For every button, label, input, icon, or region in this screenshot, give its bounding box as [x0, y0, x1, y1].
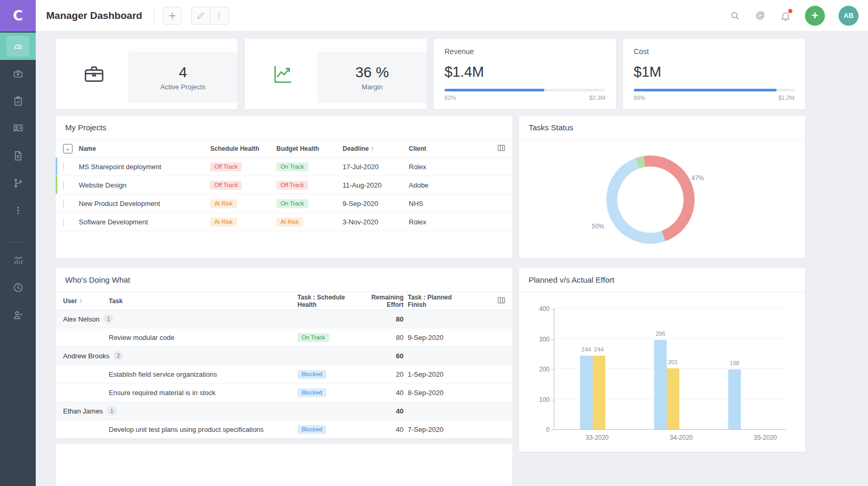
- user-name[interactable]: Andrew Brooks: [63, 352, 109, 360]
- column-settings-button[interactable]: [498, 297, 505, 305]
- notifications-button[interactable]: [780, 10, 791, 22]
- app-logo[interactable]: C: [0, 0, 36, 32]
- add-widget-button[interactable]: [163, 7, 182, 25]
- revenue-card[interactable]: Revenue $1.4M 62% $2.3M: [434, 39, 616, 109]
- briefcase-icon: [13, 68, 24, 79]
- select-all-checkbox[interactable]: ⌄: [63, 144, 73, 153]
- sidebar-item-reports[interactable]: [0, 246, 36, 274]
- project-row[interactable]: MS Sharepoint deploymentOff TrackOn Trac…: [56, 158, 512, 176]
- row-checkbox[interactable]: [63, 162, 64, 171]
- user-name[interactable]: Alex Nelson: [63, 315, 99, 323]
- active-projects-card[interactable]: 4 Active Projects: [56, 39, 237, 109]
- search-icon: [730, 11, 740, 21]
- left-column: Who's Doing What User↑ Task Task : Sched…: [56, 268, 512, 486]
- column-header-budget-health[interactable]: Budget Health: [276, 145, 343, 152]
- column-header-client[interactable]: Client: [409, 145, 477, 152]
- project-row[interactable]: New Product DevelopmentAt RiskOn Track9-…: [56, 194, 512, 213]
- status-badge: Off Track: [276, 181, 308, 190]
- logo-c-icon: C: [13, 8, 23, 24]
- planned-effort-bar[interactable]: [654, 340, 667, 429]
- project-name[interactable]: New Product Development: [79, 200, 210, 208]
- row-checkbox[interactable]: [63, 181, 64, 190]
- column-header-user[interactable]: User↑: [63, 297, 109, 305]
- column-header-deadline[interactable]: Deadline↑: [343, 145, 409, 152]
- sidebar-item-time[interactable]: [0, 274, 36, 301]
- sidebar-item-documents[interactable]: [0, 142, 36, 169]
- column-header-name[interactable]: Name: [79, 145, 210, 152]
- column-header-task-schedule-health[interactable]: Task : Schedule Health: [297, 294, 358, 308]
- task-name[interactable]: Review modular code: [109, 334, 297, 342]
- row-checkbox[interactable]: [63, 199, 64, 208]
- effort-bar-chart: 244244296201198010020030040033-202034-20…: [526, 306, 789, 448]
- tasks-status-donut[interactable]: [606, 156, 695, 244]
- project-deadline: 9-Sep-2020: [343, 200, 409, 208]
- status-badge: On Track: [297, 333, 329, 342]
- task-planned-finish: 1-Sep-2020: [408, 370, 471, 378]
- column-settings-button[interactable]: [498, 144, 505, 153]
- tasks-status-chart: 47% 50%: [519, 140, 805, 257]
- create-new-button[interactable]: +: [805, 6, 825, 26]
- sort-ascending-icon: ↑: [79, 297, 82, 305]
- column-header-task-planned-finish[interactable]: Task : Planned Finish: [408, 294, 471, 308]
- donut-label-47: 47%: [691, 174, 704, 182]
- actual-effort-bar[interactable]: [593, 356, 605, 429]
- revenue-progress-bar: [445, 89, 605, 91]
- edit-dashboard-button[interactable]: [191, 7, 210, 25]
- my-projects-title: My Projects: [56, 116, 512, 140]
- sidebar-item-tasks[interactable]: [0, 87, 36, 115]
- sidebar-item-more[interactable]: [0, 197, 36, 224]
- project-client: Rolex: [409, 218, 477, 226]
- task-name[interactable]: Ensure required material is in stock: [109, 389, 297, 397]
- user-group-row[interactable]: Alex Nelson180: [56, 310, 512, 328]
- clipboard-check-icon: [13, 96, 24, 107]
- user-group-row[interactable]: Andrew Brooks260: [56, 347, 512, 365]
- search-button[interactable]: [729, 10, 741, 22]
- row-color-stripe: [56, 158, 57, 175]
- cost-value: $1M: [634, 64, 794, 80]
- sidebar-item-workflows[interactable]: [0, 169, 36, 197]
- active-projects-value: 4: [179, 64, 187, 81]
- sidebar-item-clients[interactable]: [0, 115, 36, 142]
- task-row[interactable]: Ensure required material is in stockBloc…: [56, 384, 512, 402]
- project-name[interactable]: MS Sharepoint deployment: [79, 163, 210, 171]
- user-name[interactable]: Ethan James: [63, 407, 103, 415]
- project-row[interactable]: Website DesignOff TrackOff Track11-Aug-2…: [56, 176, 512, 194]
- column-header-schedule-health[interactable]: Schedule Health: [210, 145, 276, 152]
- project-row[interactable]: Software DevelopmentAt RiskAt Risk3-Nov-…: [56, 213, 512, 231]
- project-name[interactable]: Website Design: [79, 181, 210, 189]
- status-badge: On Track: [276, 162, 308, 171]
- task-row[interactable]: Develop unit test plans using product sp…: [56, 420, 512, 439]
- user-avatar[interactable]: AB: [839, 6, 859, 26]
- status-badge: Off Track: [210, 162, 242, 171]
- task-name[interactable]: Develop unit test plans using product sp…: [109, 426, 297, 433]
- task-remaining-effort: 40: [358, 426, 408, 433]
- project-deadline: 3-Nov-2020: [343, 218, 409, 226]
- group-remaining-effort: 40: [358, 407, 408, 415]
- x-axis-category-label: 34-2020: [660, 434, 702, 441]
- project-name[interactable]: Software Development: [79, 218, 210, 226]
- margin-card[interactable]: 36 % Margin: [245, 39, 427, 109]
- mentions-button[interactable]: @: [755, 10, 766, 22]
- planned-effort-bar[interactable]: [728, 369, 741, 429]
- more-options-button[interactable]: [210, 7, 229, 25]
- y-axis-tick-label: 300: [526, 336, 550, 343]
- task-name[interactable]: Establish field service organizations: [109, 370, 297, 378]
- actual-effort-bar[interactable]: [667, 368, 679, 429]
- gridline: [554, 308, 786, 308]
- user-check-icon: [13, 309, 24, 320]
- sidebar-item-projects[interactable]: [0, 60, 36, 87]
- column-header-task[interactable]: Task: [109, 297, 297, 305]
- task-count-badge: 1: [107, 406, 117, 416]
- y-axis-tick-mark: [551, 400, 554, 400]
- sidebar-item-approvals[interactable]: [0, 301, 36, 328]
- revenue-target: $2.3M: [589, 95, 605, 101]
- cost-card[interactable]: Cost $1M 89% $1.2M: [623, 39, 805, 109]
- planned-effort-bar[interactable]: [580, 356, 593, 429]
- user-group-row[interactable]: Ethan James140: [56, 402, 512, 420]
- task-row[interactable]: Review modular codeOn Track809-Sep-2020: [56, 328, 512, 347]
- task-row[interactable]: Establish field service organizationsBlo…: [56, 365, 512, 384]
- column-header-remaining-effort[interactable]: Remaining Effort: [358, 294, 408, 308]
- task-planned-finish: 9-Sep-2020: [408, 334, 471, 342]
- row-checkbox[interactable]: [63, 218, 64, 226]
- sidebar-item-dashboard[interactable]: [0, 33, 36, 60]
